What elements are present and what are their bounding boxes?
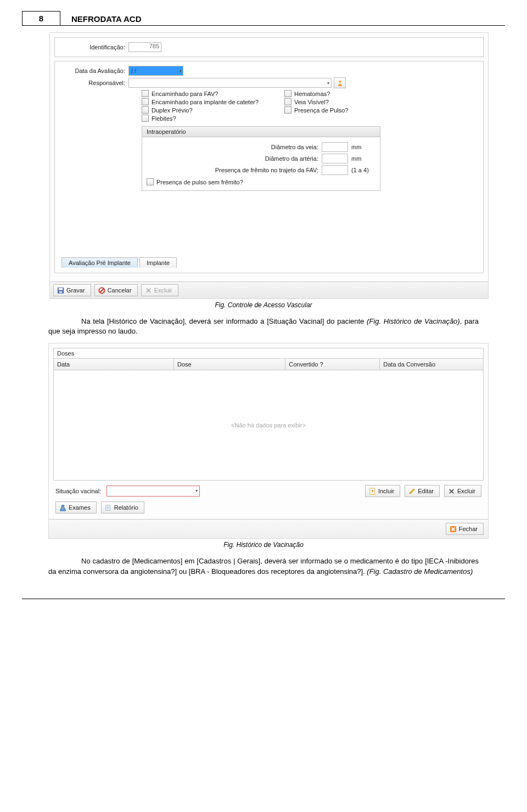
relatorio-label: Relatório xyxy=(114,504,138,511)
duplex-previo-checkbox[interactable] xyxy=(142,106,149,114)
page-title: NEFRODATA ACD xyxy=(60,11,505,26)
diametro-veia-label: Diâmetro da veia: xyxy=(147,144,318,150)
save-icon xyxy=(57,287,64,294)
excluir-button[interactable]: Excluir xyxy=(141,284,178,296)
diametro-arteria-unit: mm xyxy=(351,155,375,162)
svg-rect-2 xyxy=(59,287,63,290)
duplex-previo-label: Duplex Prévio? xyxy=(152,107,193,114)
para2-figref: (Fig. Cadastro de Medicamentos) xyxy=(367,567,473,576)
fechar-label: Fechar xyxy=(459,526,478,532)
fremito-unit: (1 a 4) xyxy=(351,167,375,173)
relatorio-button[interactable]: Relatório xyxy=(101,501,144,514)
gravar-button[interactable]: Gravar xyxy=(53,284,91,296)
encaminhado-fav-checkbox[interactable] xyxy=(142,90,149,97)
incluir-label: Incluir xyxy=(378,488,394,494)
editar-label: Editar xyxy=(418,488,434,494)
delete-icon xyxy=(448,488,455,495)
encaminhado-cateter-checkbox[interactable] xyxy=(142,98,149,105)
diametro-arteria-input[interactable] xyxy=(322,154,348,163)
cancel-icon xyxy=(98,287,105,294)
page-footer-rule xyxy=(22,599,505,599)
person-search-icon xyxy=(337,80,343,87)
tab-implante[interactable]: Implante xyxy=(139,257,177,268)
veia-visivel-label: Veia Visível? xyxy=(294,99,329,105)
doses-panel-header: Doses xyxy=(54,348,483,359)
flask-icon xyxy=(59,504,66,511)
chevron-down-icon[interactable]: ▾ xyxy=(327,81,329,86)
edit-icon xyxy=(408,488,416,495)
hematomas-label: Hematomas? xyxy=(294,91,330,97)
situacao-vacinal-combo[interactable]: ▾ xyxy=(106,486,200,497)
hematomas-checkbox[interactable] xyxy=(284,90,291,97)
editar-button[interactable]: Editar xyxy=(405,485,440,497)
screenshot-historico-vacinacao: Doses Data Dose Convertido ? Data da Con… xyxy=(48,343,489,539)
presenca-pulso-label: Presença de Pulso? xyxy=(294,107,348,114)
encaminhado-fav-label: Encaminhado para FAV? xyxy=(152,91,218,97)
flebites-checkbox[interactable] xyxy=(142,115,149,122)
chevron-down-icon[interactable]: ▾ xyxy=(195,488,198,493)
delete-icon xyxy=(145,287,152,294)
flebites-label: Flebites? xyxy=(152,115,176,122)
data-avaliacao-value: / / xyxy=(131,67,136,74)
diametro-veia-input[interactable] xyxy=(322,142,348,152)
exames-label: Exames xyxy=(69,504,91,511)
intraoperatorio-header: Intraoperatório xyxy=(142,127,380,137)
report-icon xyxy=(105,504,112,511)
svg-point-0 xyxy=(339,80,341,82)
col-data[interactable]: Data xyxy=(54,359,174,370)
doses-grid-empty: <Não há dados para exibir> xyxy=(54,370,483,480)
responsavel-combo[interactable]: ▾ xyxy=(128,78,332,88)
fechar-button[interactable]: Fechar xyxy=(446,523,484,535)
responsavel-label: Responsável: xyxy=(59,80,125,86)
presenca-pulso-checkbox[interactable] xyxy=(284,106,291,114)
col-dose[interactable]: Dose xyxy=(174,359,285,370)
veia-visivel-checkbox[interactable] xyxy=(284,98,291,105)
svg-line-5 xyxy=(100,289,104,292)
cancelar-label: Cancelar xyxy=(108,287,132,294)
encaminhado-cateter-label: Encaminhado para implante de cateter? xyxy=(152,99,259,105)
para1-text: Na tela [Histórico de Vacinação], deverá… xyxy=(81,317,367,325)
paragraph-1: Na tela [Histórico de Vacinação], deverá… xyxy=(48,317,479,336)
chevron-down-icon[interactable]: ▾ xyxy=(180,69,182,74)
responsavel-lookup-button[interactable] xyxy=(334,77,346,88)
fremito-label: Presença de frêmito no trajeto da FAV: xyxy=(147,167,318,173)
gravar-label: Gravar xyxy=(66,287,85,294)
screenshot-acesso-vascular: Identificação: 785 Data da Avaliação: / … xyxy=(49,32,489,299)
tab-avaliacao-pre-implante[interactable]: Avaliação Pré Implante xyxy=(61,257,138,268)
incluir-button[interactable]: Incluir xyxy=(365,485,400,497)
page-number: 8 xyxy=(22,11,60,26)
diametro-arteria-label: Diâmetro da artéria: xyxy=(147,155,318,162)
para1-figref: (Fig. Histórico de Vacinação) xyxy=(367,317,460,325)
col-data-conversao[interactable]: Data da Conversão xyxy=(380,359,483,370)
pulso-sem-fremito-checkbox[interactable] xyxy=(147,178,154,185)
figure2-caption: Fig. Histórico de Vacinação xyxy=(22,541,505,549)
identificacao-input[interactable]: 785 xyxy=(128,42,161,52)
excluir-button2[interactable]: Excluir xyxy=(444,485,481,497)
close-icon xyxy=(450,526,457,533)
excluir-label: Excluir xyxy=(154,287,172,294)
data-avaliacao-input[interactable]: / / ▾ xyxy=(128,66,183,76)
fremito-input[interactable] xyxy=(322,165,348,175)
identificacao-label: Identificação: xyxy=(59,44,125,50)
add-document-icon xyxy=(369,488,376,495)
doses-grid-header: Data Dose Convertido ? Data da Conversão xyxy=(54,359,483,370)
pulso-sem-fremito-label: Presença de pulso sem frêmito? xyxy=(156,179,243,185)
intraoperatorio-panel: Intraoperatório Diâmetro da veia: mm Diâ… xyxy=(142,126,380,191)
data-avaliacao-label: Data da Avaliação: xyxy=(59,67,125,74)
figure1-caption: Fig. Controle de Acesso Vascular xyxy=(22,301,505,309)
excluir-label2: Excluir xyxy=(457,488,475,494)
exames-button[interactable]: Exames xyxy=(55,501,97,514)
paragraph-2: No cadastro de [Medicamentos] em [Cadast… xyxy=(48,556,479,576)
cancelar-button[interactable]: Cancelar xyxy=(94,284,138,296)
diametro-veia-unit: mm xyxy=(351,144,375,150)
situacao-vacinal-label: Situação vacinal: xyxy=(55,488,101,494)
col-convertido[interactable]: Convertido ? xyxy=(285,359,380,370)
svg-rect-3 xyxy=(59,291,63,293)
